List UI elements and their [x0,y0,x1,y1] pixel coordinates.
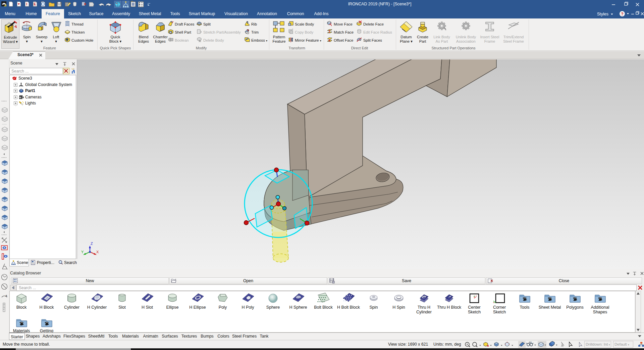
svg-text:E: E [34,2,36,6]
svg-text:I: I [26,2,28,6]
svg-text:A: A [5,294,7,297]
svg-text:X: X [96,250,99,254]
svg-text:Styles: Styles [597,12,608,16]
svg-text:Z: Z [91,242,93,246]
svg-text:?: ? [621,12,624,16]
svg-text:60: 60 [529,341,532,344]
svg-text:Y: Y [81,250,84,254]
